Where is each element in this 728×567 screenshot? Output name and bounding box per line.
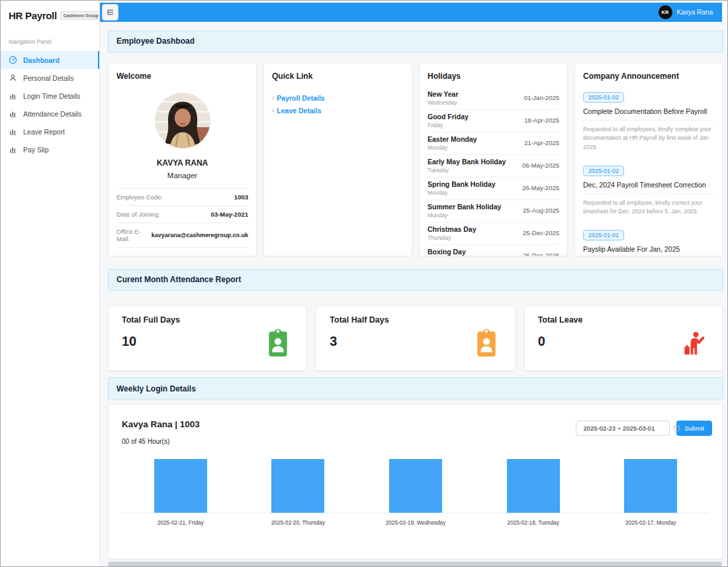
holiday-row: Summer Bank HolidayMonday 25-Aug-2025 — [428, 200, 559, 223]
announcement-body: Requested to all employees, kindly compl… — [583, 125, 715, 152]
attendance-banner-title: Curent Month Attendance Report — [116, 275, 241, 284]
bar-chart-icon — [9, 145, 17, 154]
chevron-right-icon: › — [272, 94, 274, 101]
id-badge-icon — [473, 327, 500, 358]
employee-code-row: Employee Code: 1003 — [116, 188, 248, 205]
card-title: Company Announcement — [583, 72, 715, 81]
field-label: Employee Code: — [116, 193, 163, 201]
holiday-row: Easter MondayMonday 21-Apr-2025 — [428, 132, 559, 155]
holiday-name: Christmas Day — [428, 225, 477, 233]
link-label: Leave Details — [277, 107, 321, 115]
dashboard-content: Employee Dashboad Welcome — [100, 22, 727, 566]
menu-fold-icon — [106, 8, 114, 17]
leave-details-link[interactable]: › Leave Details — [272, 107, 404, 115]
total-half-days-card: Total Half Days 3 — [316, 305, 515, 372]
holiday-weekday: Tuesday — [428, 167, 506, 174]
quick-link-card: Quick Link › Payroll Details › Leave Det… — [263, 63, 412, 256]
announcement-title: Dec, 2024 Payroll Timesheet Correction — [583, 181, 715, 194]
x-tick-label: 2025-02-20, Thursday — [240, 519, 357, 526]
x-tick-label: 2025-02-18, Tuesday — [475, 519, 592, 526]
field-label: Date of Joining: — [116, 211, 160, 218]
holiday-row: Boxing DayFriday 26-Dec-2025 — [428, 245, 559, 256]
app-window: HR Payroll Cashmere Group Navigation Pan… — [0, 0, 728, 567]
sidebar-item-label: Login Time Details — [23, 92, 80, 100]
announcement-title: Payslip Available For Jan, 2025 — [583, 245, 715, 256]
stat-label: Total Half Days — [330, 315, 501, 325]
login-hours-bar[interactable] — [389, 459, 442, 513]
holiday-date: 25-Aug-2025 — [523, 207, 559, 214]
holiday-name: Spring Bank Holiday — [428, 180, 496, 188]
payroll-details-link[interactable]: › Payroll Details — [272, 94, 404, 102]
weekly-banner: Weekly Login Details — [108, 378, 723, 399]
field-value: kavyarana@cashmeregroup.co.uk — [152, 232, 248, 238]
holiday-row: Early May Bank HolidayTuesday 06-May-202… — [428, 155, 559, 178]
holidays-card: Holidays New YearWednesday 01-Jan-2025 G… — [419, 63, 568, 256]
person-icon — [9, 74, 17, 82]
dashboard-icon — [9, 56, 17, 64]
login-hours-bar[interactable] — [271, 459, 324, 513]
announcement-list: 2025-01-02 Complete Documentation Before… — [583, 90, 715, 256]
sidebar-toggle-button[interactable] — [102, 4, 118, 21]
sidebar-item-label: Attendance Details — [23, 110, 81, 118]
sidebar-item-attendance-details[interactable]: Attendance Details — [1, 105, 99, 123]
holiday-date: 26-May-2025 — [522, 184, 559, 191]
field-value: 03-May-2021 — [210, 211, 248, 218]
holiday-row: Christmas DayThursday 25-Dec-2025 — [428, 223, 559, 245]
holiday-weekday: Monday — [428, 212, 501, 219]
announcement-item: 2025-01-02 Dec, 2024 Payroll Timesheet C… — [583, 164, 715, 217]
weekly-banner-title: Weekly Login Details — [116, 384, 196, 393]
company-badge: Cashmere Group — [60, 11, 102, 20]
weekly-hours-summary: 00 of 45 Hour(s) — [122, 438, 709, 445]
weekly-login-chart: 2025-02-21, Friday 2025-02-20, Thursday … — [122, 459, 709, 526]
page-title: Employee Dashboad — [116, 36, 195, 46]
user-menu[interactable]: KR Kavya Rana — [659, 5, 722, 19]
sidebar-item-label: Personal Details — [23, 74, 73, 82]
holiday-date: 06-May-2025 — [522, 162, 559, 169]
chart-x-axis-labels: 2025-02-21, Friday 2025-02-20, Thursday … — [122, 519, 709, 526]
login-hours-bar[interactable] — [154, 459, 207, 513]
horizontal-scrollbar[interactable] — [108, 562, 722, 566]
holiday-row: Good FridayFriday 18-Apr-2025 — [428, 110, 559, 132]
sidebar-item-dashboard[interactable]: Dashboard — [1, 51, 99, 69]
announcement-item: 2025-01-01 Payslip Available For Jan, 20… — [583, 228, 715, 256]
office-email-row: Office E-Mail: kavyarana@cashmeregroup.c… — [116, 223, 248, 248]
holiday-weekday: Wednesday — [428, 99, 459, 106]
sidebar-item-personal-details[interactable]: Personal Details — [1, 69, 99, 87]
sidebar-item-pay-slip[interactable]: Pay Slip — [1, 140, 99, 158]
sidebar-item-label: Dashboard — [23, 56, 60, 64]
sidebar-item-login-time-details[interactable]: Login Time Details — [1, 87, 99, 105]
person-leaving-icon — [680, 327, 708, 358]
holiday-row: New YearWednesday 01-Jan-2025 — [428, 87, 559, 110]
announcement-date-badge: 2025-01-02 — [583, 92, 624, 103]
holiday-name: Summer Bank Holiday — [428, 203, 501, 211]
sidebar-item-label: Pay Slip — [23, 146, 49, 154]
employee-photo — [155, 93, 210, 148]
submit-button[interactable]: Submit — [676, 421, 712, 436]
sidebar-item-leave-report[interactable]: Leave Report — [1, 123, 99, 140]
card-title: Welcome — [116, 72, 248, 81]
holiday-date: 21-Apr-2025 — [524, 139, 559, 146]
holiday-weekday: Monday — [428, 189, 496, 196]
weekly-controls: Submit — [576, 421, 712, 436]
date-of-joining-row: Date of Joining: 03-May-2021 — [116, 205, 248, 223]
login-hours-bar[interactable] — [624, 459, 677, 513]
attendance-banner: Curent Month Attendance Report — [108, 269, 723, 291]
login-hours-bar[interactable] — [507, 459, 560, 513]
holiday-name: Boxing Day — [428, 248, 466, 256]
announcement-body: Requested to all employee, kindly correc… — [583, 199, 715, 217]
holiday-name: Easter Monday — [428, 135, 477, 143]
attendance-stats-row: Total Full Days 10 Total Half Days 3 Tot… — [108, 305, 723, 372]
employee-fields: Employee Code: 1003 Date of Joining: 03-… — [116, 188, 248, 248]
app-title: HR Payroll — [9, 10, 57, 21]
avatar: KR — [659, 5, 672, 19]
field-value: 1003 — [234, 193, 248, 201]
nav-section-label: Navigation Panel — [1, 28, 99, 51]
welcome-card: Welcome — [108, 63, 257, 256]
announcement-item: 2025-01-02 Complete Documentation Before… — [583, 90, 715, 152]
main-area: KR Kavya Rana Employee Dashboad Welcome — [100, 1, 727, 566]
total-leave-card: Total Leave 0 — [524, 305, 723, 372]
holiday-row: Spring Bank HolidayMonday 26-May-2025 — [428, 178, 559, 200]
holiday-name: Good Friday — [428, 113, 469, 121]
bar-chart-icon — [9, 91, 17, 100]
date-range-input[interactable] — [576, 421, 670, 436]
